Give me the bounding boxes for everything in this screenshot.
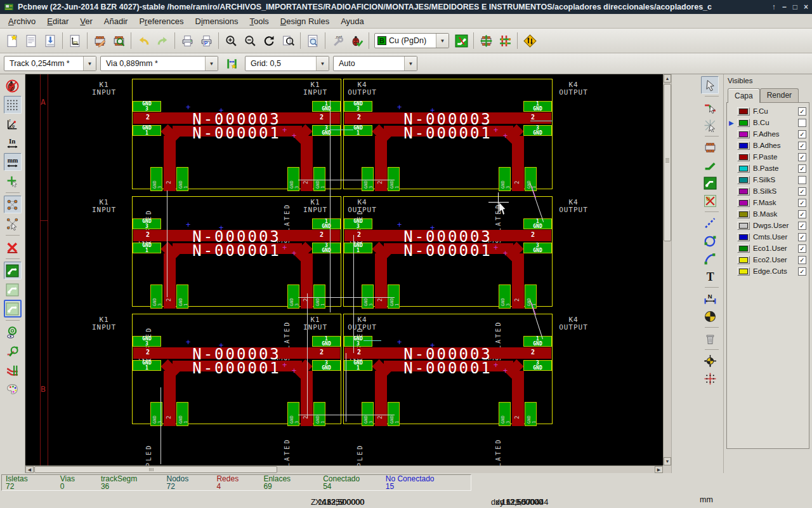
layer-visibility-checkbox[interactable]: ✓ bbox=[798, 222, 806, 230]
add-line-button[interactable] bbox=[701, 214, 719, 232]
units-inches-button[interactable]: In bbox=[4, 134, 22, 152]
high-contrast-button[interactable] bbox=[4, 361, 22, 379]
plot-button[interactable]: P bbox=[197, 31, 216, 50]
layer-visibility-checkbox[interactable]: ✓ bbox=[798, 233, 806, 241]
ratsnest-general-button[interactable] bbox=[4, 196, 22, 213]
chevron-down-icon[interactable]: ▼ bbox=[436, 34, 449, 48]
tab-render[interactable]: Render bbox=[760, 88, 799, 102]
module-viewer-button[interactable] bbox=[109, 31, 128, 50]
layer-color-swatch[interactable] bbox=[737, 187, 750, 196]
layer-visibility-checkbox[interactable]: ✓ bbox=[798, 244, 806, 253]
layer-row-eco2-user[interactable]: Eco2.User✓ bbox=[728, 254, 808, 265]
layer-row-b-adhes[interactable]: B.Adhes✓ bbox=[728, 140, 808, 151]
layer-row-b-cu[interactable]: ▶B.Cu bbox=[728, 117, 808, 128]
layer-visibility-checkbox[interactable]: ✓ bbox=[798, 153, 806, 161]
tab-capa[interactable]: Capa bbox=[728, 88, 760, 103]
menu-ver[interactable]: Ver bbox=[74, 15, 98, 27]
netlist-button[interactable]: .net bbox=[328, 31, 347, 50]
new-board-button[interactable] bbox=[3, 31, 22, 50]
vertical-scroll-thumb[interactable] bbox=[664, 84, 671, 241]
print-button[interactable] bbox=[178, 31, 197, 50]
layer-visibility-checkbox[interactable]: ✓ bbox=[798, 256, 806, 264]
drc-button[interactable] bbox=[347, 31, 366, 50]
freeroute-button[interactable] bbox=[520, 31, 539, 50]
polar-coords-button[interactable]: φr bbox=[4, 115, 22, 133]
grid-origin-button[interactable] bbox=[701, 370, 719, 387]
add-text-button[interactable]: T bbox=[701, 267, 719, 285]
layer-visibility-checkbox[interactable] bbox=[798, 119, 806, 127]
add-keepout-button[interactable] bbox=[701, 192, 719, 210]
palette-button[interactable] bbox=[4, 380, 22, 398]
maximize-button[interactable]: □ bbox=[793, 3, 797, 11]
horizontal-scrollbar[interactable]: ◀ ▶ bbox=[25, 465, 663, 473]
pcb-canvas[interactable]: ABN-000003N-000001GND3GND121GND3GND2GND … bbox=[25, 74, 663, 465]
add-circle-button[interactable] bbox=[701, 232, 719, 250]
layer-color-swatch[interactable] bbox=[737, 222, 750, 230]
chevron-down-icon[interactable]: ▼ bbox=[205, 57, 218, 70]
scroll-up-arrow[interactable]: ▲ bbox=[664, 74, 671, 83]
layer-row-cmts-user[interactable]: Cmts.User✓ bbox=[728, 231, 808, 243]
layer-color-swatch[interactable] bbox=[737, 164, 750, 173]
menu-editar[interactable]: Editar bbox=[41, 15, 74, 27]
layer-row-f-adhes[interactable]: F.Adhes✓ bbox=[728, 128, 808, 140]
via-size-combo[interactable]: Via 0,889mm * ▼ bbox=[100, 56, 218, 71]
show-tracks-button[interactable] bbox=[4, 342, 22, 360]
zoom-fit-button[interactable] bbox=[278, 31, 298, 50]
chevron-down-icon[interactable]: ▼ bbox=[404, 57, 417, 70]
layer-color-swatch[interactable] bbox=[737, 119, 750, 127]
layer-color-swatch[interactable] bbox=[737, 142, 750, 150]
chevron-down-icon[interactable]: ▼ bbox=[316, 57, 329, 70]
layer-color-swatch[interactable] bbox=[737, 199, 750, 207]
add-footprint-button[interactable] bbox=[701, 138, 719, 156]
chevron-down-icon[interactable]: ▼ bbox=[83, 57, 96, 70]
ratsnest-module-button[interactable] bbox=[4, 215, 22, 232]
grid-size-combo[interactable]: Grid: 0,5 ▼ bbox=[245, 56, 329, 71]
layer-color-swatch[interactable] bbox=[737, 267, 750, 276]
layer-visibility-checkbox[interactable]: ✓ bbox=[798, 267, 806, 276]
layer-color-swatch[interactable] bbox=[737, 176, 750, 184]
add-track-button[interactable] bbox=[701, 156, 719, 174]
menu-ayuda[interactable]: Ayuda bbox=[335, 15, 370, 27]
units-mm-button[interactable]: mm bbox=[4, 153, 22, 171]
show-vias-button[interactable] bbox=[4, 323, 22, 341]
minimize-button[interactable]: − bbox=[782, 3, 787, 11]
menu-design-rules[interactable]: Design Rules bbox=[275, 15, 335, 27]
drc-off-button[interactable] bbox=[4, 77, 22, 95]
zoom-in-button[interactable] bbox=[221, 31, 240, 50]
page-settings-button[interactable] bbox=[65, 31, 84, 50]
horizontal-scroll-thumb[interactable] bbox=[34, 466, 277, 473]
layer-visibility-checkbox[interactable]: ✓ bbox=[798, 107, 806, 116]
layer-color-swatch[interactable] bbox=[737, 153, 750, 161]
layer-color-swatch[interactable] bbox=[737, 210, 750, 218]
layer-row-f-silks[interactable]: F.SilkS bbox=[728, 174, 808, 185]
layer-row-f-mask[interactable]: F.Mask✓ bbox=[728, 197, 808, 208]
layer-row-f-paste[interactable]: F.Paste✓ bbox=[728, 151, 808, 163]
layer-color-swatch[interactable] bbox=[737, 256, 750, 264]
add-target-button[interactable] bbox=[701, 307, 719, 325]
layer-row-b-mask[interactable]: B.Mask✓ bbox=[728, 208, 808, 220]
module-editor-button[interactable] bbox=[90, 31, 109, 50]
add-zone-button[interactable] bbox=[701, 174, 719, 192]
layer-color-swatch[interactable] bbox=[737, 244, 750, 253]
local-ratsnest-button[interactable] bbox=[701, 116, 719, 134]
select-tool-button[interactable] bbox=[701, 76, 719, 94]
layer-visibility-checkbox[interactable]: ✓ bbox=[798, 142, 806, 150]
scroll-right-arrow[interactable]: ▶ bbox=[655, 466, 663, 473]
save-board-button[interactable] bbox=[41, 31, 60, 50]
layer-visibility-checkbox[interactable] bbox=[798, 176, 806, 184]
layer-row-b-silks[interactable]: B.SilkS✓ bbox=[728, 185, 808, 197]
zones-sketch-button[interactable] bbox=[4, 300, 22, 318]
zones-outline-button[interactable] bbox=[4, 281, 22, 298]
track-width-combo[interactable]: Track 0,254mm * ▼ bbox=[4, 56, 96, 71]
mode-footprint-button[interactable] bbox=[476, 31, 495, 50]
menu-archivo[interactable]: Archivo bbox=[3, 15, 41, 27]
layer-row-dwgs-user[interactable]: Dwgs.User✓ bbox=[728, 220, 808, 231]
zoom-combo[interactable]: Auto ▼ bbox=[333, 56, 417, 71]
add-dimension-button[interactable]: N bbox=[701, 290, 719, 307]
layer-visibility-checkbox[interactable]: ✓ bbox=[798, 210, 806, 218]
find-button[interactable] bbox=[303, 31, 322, 50]
layer-row-edge-cuts[interactable]: Edge.Cuts✓ bbox=[728, 265, 808, 277]
grid-toggle-button[interactable] bbox=[4, 96, 22, 114]
shade-button[interactable]: ↑ bbox=[772, 3, 776, 11]
highlight-net-button[interactable] bbox=[701, 98, 719, 116]
